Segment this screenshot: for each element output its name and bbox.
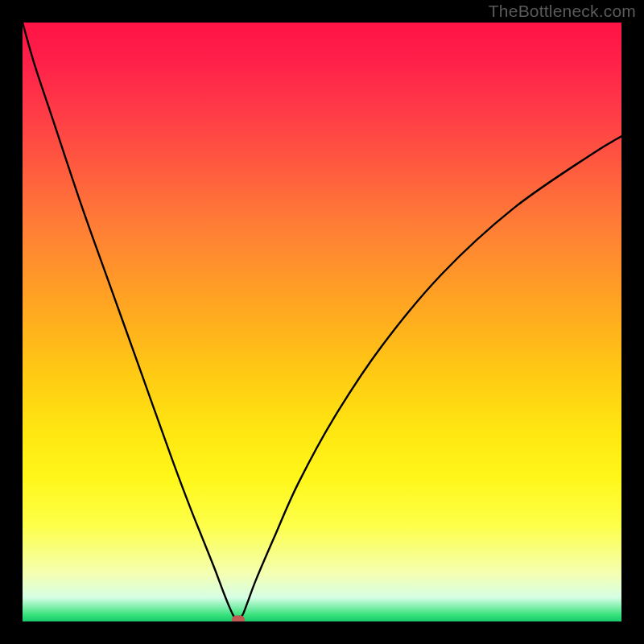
chart-frame: TheBottleneck.com (0, 0, 644, 644)
bottleneck-curve (23, 23, 621, 621)
optimal-marker (232, 615, 245, 621)
plot-area (23, 23, 621, 621)
curve-path (23, 23, 621, 620)
watermark-text: TheBottleneck.com (489, 2, 636, 21)
